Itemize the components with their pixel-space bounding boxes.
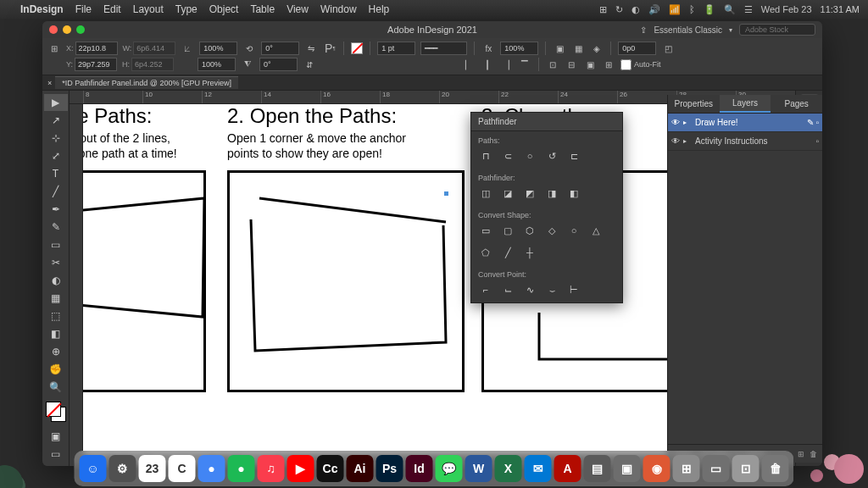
view-mode-preview[interactable]: ▭ [44, 446, 68, 463]
shape-rect-icon[interactable]: ▭ [478, 223, 493, 238]
menu-object[interactable]: Object [209, 3, 239, 15]
corner-icon[interactable]: ◰ [661, 42, 675, 55]
pf-intersect-icon[interactable]: ◩ [522, 186, 537, 201]
panel-tab-pages[interactable]: Pages [771, 95, 822, 113]
dock-app-15[interactable]: ✉ [525, 455, 552, 482]
gap-tool[interactable]: ⤢ [44, 147, 68, 164]
shape-orthline-icon[interactable]: ┼ [522, 245, 537, 260]
chevron-right-icon[interactable]: ▸ [683, 137, 692, 145]
wrap-none-icon[interactable]: ▣ [553, 42, 566, 55]
flip-v-icon[interactable]: ⇵ [303, 58, 316, 71]
view-mode-normal[interactable]: ▣ [44, 428, 68, 445]
menubar-time[interactable]: 11:31 AM [821, 4, 860, 14]
share-icon[interactable]: ⇪ [640, 25, 647, 35]
menu-layout[interactable]: Layout [133, 3, 164, 15]
rotate-drop[interactable]: 0° [261, 42, 299, 55]
col2-shape[interactable] [230, 173, 467, 395]
layer-row-draw-here[interactable]: 👁 ▸ Draw Here! ✎ ▫ [668, 114, 822, 132]
status-bt-icon[interactable]: ᛒ [689, 4, 695, 14]
dock-app-1[interactable]: ⚙ [109, 455, 136, 482]
dock-app-10[interactable]: Ps [376, 455, 403, 482]
point-corner-icon[interactable]: ⌙ [500, 282, 515, 297]
pf-subtract-icon[interactable]: ◪ [500, 186, 515, 201]
eyedropper-tool[interactable]: ◧ [44, 325, 68, 342]
point-smooth-icon[interactable]: ∿ [522, 282, 537, 297]
scalex-drop[interactable]: 100% [199, 42, 237, 55]
status-search-icon[interactable]: 🔍 [724, 4, 736, 15]
status-dropbox-icon[interactable]: ⊞ [599, 4, 607, 15]
new-layer-icon[interactable]: ⊞ [798, 450, 804, 458]
shape-polygon-icon[interactable]: ⬠ [478, 245, 493, 260]
dock-app-7[interactable]: ▶ [287, 455, 314, 482]
status-wifi-icon[interactable]: 📶 [669, 4, 681, 15]
minimize-icon[interactable] [63, 25, 71, 34]
menu-view[interactable]: View [287, 3, 309, 15]
panel-tab-properties[interactable]: Properties [668, 95, 720, 113]
wrap-bound-icon[interactable]: ▦ [571, 42, 585, 55]
dock-app-9[interactable]: Ai [347, 455, 374, 482]
autofit-checkbox[interactable] [620, 59, 632, 70]
menubar-date[interactable]: Wed Feb 23 [761, 4, 812, 14]
type-tool[interactable]: T [44, 165, 68, 182]
doc-tab[interactable]: *ID Pathfinder Panel.indd @ 200% [GPU Pr… [55, 76, 238, 89]
y-input[interactable] [75, 58, 117, 71]
menu-file[interactable]: File [75, 3, 92, 15]
dock-app-8[interactable]: Cc [317, 455, 344, 482]
fill-icon[interactable] [351, 42, 363, 54]
dock-app-18[interactable]: ▣ [614, 455, 641, 482]
status-sync-icon[interactable]: ↻ [615, 4, 623, 15]
note-tool[interactable]: ⬚ [44, 308, 68, 324]
stock-search-input[interactable] [739, 24, 815, 36]
flip-h-icon[interactable]: ⇋ [304, 42, 318, 55]
shape-triangle-icon[interactable]: △ [588, 223, 604, 238]
scaley-drop[interactable]: 100% [198, 58, 236, 71]
selection-tool[interactable]: ▶ [44, 94, 68, 111]
dock-app-4[interactable]: ● [198, 455, 225, 482]
path-join-icon[interactable]: ⊓ [478, 148, 493, 164]
col2-box[interactable] [227, 170, 465, 392]
dock-app-20[interactable]: ⊞ [673, 455, 700, 482]
shear-drop[interactable]: 0° [259, 58, 298, 71]
dock-app-2[interactable]: 23 [139, 455, 166, 482]
stroke-style[interactable]: ━━━ [420, 42, 467, 55]
pen-icon[interactable]: ✎ ▫ [807, 118, 819, 127]
pf-minus-back-icon[interactable]: ◧ [566, 186, 581, 201]
menu-type[interactable]: Type [175, 3, 198, 15]
align-t-icon[interactable]: ▔ [518, 58, 531, 71]
page-tool[interactable]: ⊹ [44, 130, 68, 147]
pen-tool[interactable]: ✒ [44, 201, 68, 218]
titlebar[interactable]: Adobe InDesign 2021 ⇪ Essentials Classic… [42, 21, 822, 38]
eye-icon[interactable]: 👁 [671, 118, 680, 127]
dock-app-17[interactable]: ▤ [584, 455, 611, 482]
dock-app-5[interactable]: ● [228, 455, 255, 482]
path-close-icon[interactable]: ○ [522, 148, 537, 164]
status-cc-icon[interactable]: ☰ [744, 4, 753, 15]
align-c-icon[interactable]: ┃ [481, 58, 494, 71]
col1-shape[interactable] [83, 173, 209, 395]
dock-app-12[interactable]: 💬 [436, 455, 463, 482]
dock-app-3[interactable]: C [169, 455, 196, 482]
rotate-icon[interactable]: ⟲ [242, 42, 256, 55]
align-l-icon[interactable]: ▏ [462, 58, 476, 71]
path-release-icon[interactable]: ⊏ [566, 148, 581, 164]
panel-tab-layers[interactable]: Layers [720, 95, 771, 113]
fit-content-icon[interactable]: ⊡ [546, 58, 559, 71]
status-battery-icon[interactable]: 🔋 [704, 4, 715, 15]
dock-app-13[interactable]: W [465, 455, 492, 482]
measure-tool[interactable]: ⊕ [44, 343, 68, 360]
h-input[interactable] [131, 58, 174, 71]
dock-app-6[interactable]: ♫ [258, 455, 285, 482]
chevron-right-icon[interactable]: ▸ [683, 119, 692, 126]
menu-help[interactable]: Help [369, 3, 390, 15]
close-icon[interactable] [49, 25, 58, 34]
eye-icon[interactable]: 👁 [671, 136, 680, 146]
align-r-icon[interactable]: ▕ [499, 58, 513, 71]
shape-roundrect-icon[interactable]: ▢ [500, 223, 515, 238]
dock-app-0[interactable]: ☺ [80, 455, 107, 482]
point-join-icon[interactable]: ⊢ [566, 282, 581, 297]
ruler-vertical[interactable] [70, 104, 83, 466]
fill-stroke-swatch[interactable] [46, 402, 66, 422]
dock-app-21[interactable]: ▭ [703, 455, 730, 482]
opacity[interactable]: 100% [500, 42, 538, 55]
link-icon[interactable]: ⟀ [181, 42, 194, 55]
